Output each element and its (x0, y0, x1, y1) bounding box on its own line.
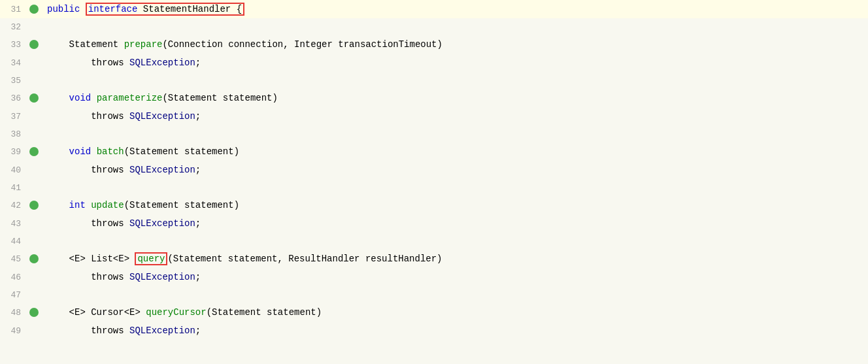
code-line-33: 33 Statement prepare(Connection connecti… (0, 35, 868, 54)
line-number-36: 36 (0, 93, 26, 103)
line-46-content: throws SQLException; (42, 269, 201, 286)
line-number-40: 40 (0, 165, 26, 175)
params-45: (Statement statement, ResultHandler resu… (167, 254, 442, 264)
breakpoint-dot-39[interactable] (29, 147, 39, 156)
breakpoint-dot-42[interactable] (29, 201, 39, 210)
semicolon-46: ; (195, 272, 201, 282)
params-39: (Statement statement) (124, 146, 239, 157)
breakpoint-dot-33[interactable] (29, 40, 39, 49)
code-line-43: 43 throws SQLException; (0, 214, 868, 233)
method-queryCursor: queryCursor (146, 307, 206, 318)
params-36: (Statement statement) (162, 93, 277, 103)
code-editor: 31 public interface StatementHandler { 3… (0, 0, 868, 364)
generic-E-45: <E> (69, 254, 92, 264)
method-query: query (137, 254, 165, 264)
code-line-47: 47 (0, 286, 868, 303)
return-type-Statement: Statement (69, 39, 124, 50)
gutter-48[interactable] (26, 308, 42, 317)
code-line-32: 32 (0, 18, 868, 35)
semicolon-49: ; (195, 325, 201, 336)
keyword-throws-40: throws (91, 165, 129, 175)
code-line-48: 48 <E> Cursor<E> queryCursor(Statement s… (0, 303, 868, 322)
exception-SQLException-43: SQLException (129, 218, 195, 229)
semicolon-34: ; (195, 58, 201, 68)
line-37-content: throws SQLException; (42, 108, 201, 125)
line-33-content: Statement prepare(Connection connection,… (42, 36, 442, 53)
code-line-41: 41 (0, 179, 868, 196)
breakpoint-dot-45[interactable] (29, 254, 39, 263)
line-42-content: int update(Statement statement) (42, 197, 239, 214)
exception-SQLException-37: SQLException (129, 111, 195, 122)
code-line-35: 35 (0, 72, 868, 89)
line-number-47: 47 (0, 290, 26, 300)
gutter-42[interactable] (26, 201, 42, 210)
line-number-35: 35 (0, 76, 26, 86)
line-34-content: throws SQLException; (42, 54, 201, 71)
line-31-content: public interface StatementHandler { (42, 1, 244, 18)
line-number-38: 38 (0, 129, 26, 139)
keyword-void-39: void (69, 146, 97, 157)
line-number-34: 34 (0, 58, 26, 68)
semicolon-40: ; (195, 165, 201, 175)
code-line-46: 46 throws SQLException; (0, 268, 868, 286)
breakpoint-dot-36[interactable] (29, 93, 39, 103)
line-48-content: <E> Cursor<E> queryCursor(Statement stat… (42, 304, 322, 321)
gutter-31[interactable] (26, 5, 42, 14)
gutter-33[interactable] (26, 40, 42, 49)
code-line-42: 42 int update(Statement statement) (0, 196, 868, 214)
code-line-40: 40 throws SQLException; (0, 161, 868, 179)
keyword-throws-46: throws (91, 272, 129, 282)
keyword-throws-34: throws (91, 58, 129, 68)
line-number-46: 46 (0, 273, 26, 282)
line-number-33: 33 (0, 40, 26, 50)
breakpoint-dot-31[interactable] (29, 5, 39, 14)
line-number-37: 37 (0, 112, 26, 122)
params-42: (Statement statement) (124, 200, 239, 210)
code-line-37: 37 throws SQLException; (0, 107, 868, 125)
code-line-44: 44 (0, 233, 868, 250)
code-line-39: 39 void batch(Statement statement) (0, 142, 868, 161)
semicolon-37: ; (195, 111, 201, 122)
brace-open: { (231, 4, 242, 14)
line-39-content: void batch(Statement statement) (42, 143, 239, 160)
line-40-content: throws SQLException; (42, 161, 201, 178)
line-49-content: throws SQLException; (42, 322, 201, 339)
params-48: (Statement statement) (207, 307, 322, 318)
gutter-39[interactable] (26, 147, 42, 156)
exception-SQLException-46: SQLException (129, 272, 195, 282)
line-number-31: 31 (0, 5, 26, 14)
line-number-44: 44 (0, 237, 26, 246)
code-line-34: 34 throws SQLException; (0, 54, 868, 72)
keyword-public: public (47, 4, 86, 14)
keyword-throws-49: throws (91, 325, 129, 336)
keyword-int-42: int (69, 200, 92, 210)
interface-highlight-box: interface StatementHandler { (86, 3, 244, 16)
line-number-41: 41 (0, 183, 26, 193)
gutter-45[interactable] (26, 254, 42, 263)
exception-SQLException-49: SQLException (129, 325, 195, 336)
line-number-43: 43 (0, 219, 26, 229)
generic-E-48: <E> (69, 307, 92, 318)
line-number-42: 42 (0, 201, 26, 210)
params-33: (Connection connection, Integer transact… (162, 39, 442, 50)
exception-SQLException-40: SQLException (129, 165, 195, 175)
return-type-Cursor: Cursor<E> (91, 307, 146, 318)
gutter-36[interactable] (26, 93, 42, 103)
semicolon-43: ; (195, 218, 201, 229)
exception-SQLException-34: SQLException (129, 58, 195, 68)
line-43-content: throws SQLException; (42, 215, 201, 232)
code-line-38: 38 (0, 125, 868, 142)
line-number-49: 49 (0, 326, 26, 336)
line-number-32: 32 (0, 22, 26, 32)
breakpoint-dot-48[interactable] (29, 308, 39, 317)
method-prepare: prepare (124, 39, 163, 50)
line-45-content: <E> List<E> query(Statement statement, R… (42, 250, 442, 267)
method-batch: batch (97, 146, 124, 157)
code-line-49: 49 throws SQLException; (0, 322, 868, 340)
return-type-List: List<E> (91, 254, 135, 264)
line-number-48: 48 (0, 308, 26, 318)
line-36-content: void parameterize(Statement statement) (42, 90, 278, 107)
keyword-interface: interface (88, 4, 143, 14)
line-number-45: 45 (0, 254, 26, 264)
code-line-45: 45 <E> List<E> query(Statement statement… (0, 250, 868, 268)
